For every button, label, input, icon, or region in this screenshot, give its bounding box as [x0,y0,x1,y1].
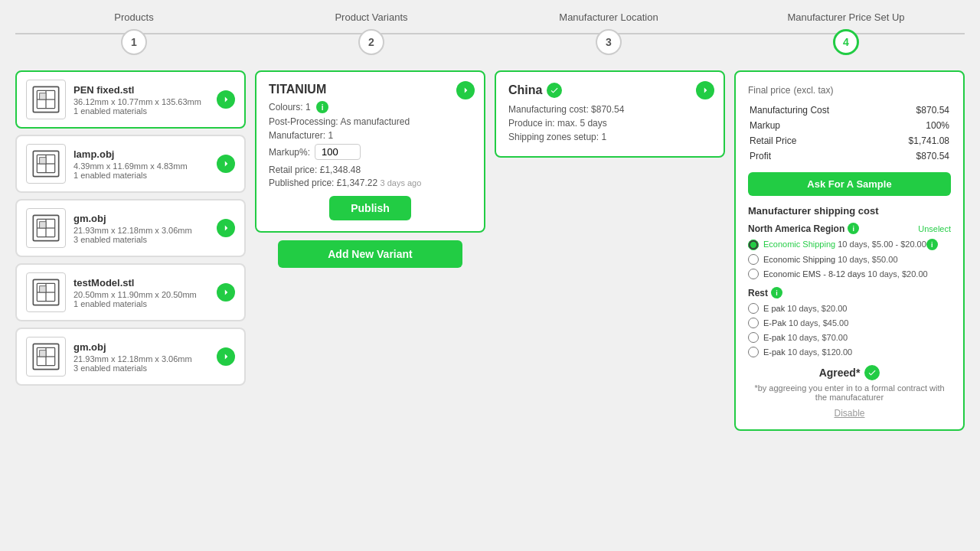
price-value: $870.54 [882,103,949,117]
product-card-1[interactable]: lamp.obj 4.39mm x 11.69mm x 4.83mm 1 ena… [15,135,246,193]
na-radio-0[interactable] [748,240,759,250]
step-1-label: Products [114,11,153,23]
price-label: Manufacturing Cost [750,103,880,117]
product-icon-3 [26,272,66,312]
final-price-title: Final price (excl. tax) [748,83,951,96]
step-3-circle: 3 [596,29,622,55]
product-dims-4: 21.93mm x 12.18mm x 3.06mm [74,354,209,364]
north-america-info-icon[interactable]: i [848,223,859,234]
variant-title: TITANIUM [269,83,472,96]
step-4-label: Manufacturer Price Set Up [787,11,904,23]
variant-nav-button[interactable] [456,81,475,99]
location-card: China Manufacturing cost: $870.54 Produc… [495,70,725,158]
shipping-zones-row: Shipping zones setup: 1 [508,132,711,142]
rest-radio-3[interactable] [748,347,759,357]
na-radio-2[interactable] [748,269,759,279]
product-icon-2 [26,208,66,248]
shipping-info-icon-0[interactable]: i [926,239,938,250]
location-nav-button[interactable] [696,81,714,99]
location-column: China Manufacturing cost: $870.54 Produc… [495,70,725,537]
product-nav-btn-0[interactable] [217,90,235,109]
step-3-label: Manufacturer Location [559,11,658,23]
main-columns: PEN fixed.stl 36.12mm x 10.77mm x 135.63… [15,70,965,537]
agreed-label: Agreed* [819,367,861,379]
rest-label-3: E-pak 10 days, $120.00 [763,347,852,357]
step-4-circle: 4 [833,29,859,55]
product-dims-2: 21.93mm x 12.18mm x 3.06mm [74,226,209,235]
price-table: Manufacturing Cost$870.54Markup100%Retai… [748,102,951,165]
north-america-region-title: North America Region i Unselect [748,223,951,234]
product-name-2: gm.obj [74,213,209,224]
unselect-link[interactable]: Unselect [918,224,951,233]
agreed-check-icon [864,365,880,380]
product-materials-1: 1 enabled materials [74,171,209,180]
products-column: PEN fixed.stl 36.12mm x 10.77mm x 135.63… [15,70,246,537]
product-list: PEN fixed.stl 36.12mm x 10.77mm x 135.63… [15,70,246,386]
product-name-4: gm.obj [74,341,209,353]
product-dims-1: 4.39mm x 11.69mm x 4.83mm [74,161,209,171]
step-1[interactable]: Products 1 [15,11,253,55]
produce-row: Produce in: max. 5 days [508,118,711,129]
product-dims-3: 20.50mm x 11.90mm x 20.50mm [74,290,209,299]
step-2[interactable]: Product Variants 2 [253,11,490,55]
ask-sample-button[interactable]: Ask For A Sample [748,172,951,196]
na-label-1: Economic Shipping 10 days, $50.00 [763,255,898,264]
variant-post-processing: Post-Processing: As manufactured [269,116,472,127]
price-label: Profit [750,149,880,163]
rest-shipping-option-2: E-pak 10 days, $70.00 [748,332,951,343]
add-variant-button[interactable]: Add New Variant [278,240,462,268]
final-price-card: Final price (excl. tax) Manufacturing Co… [734,70,965,431]
rest-radio-0[interactable] [748,303,759,314]
product-materials-3: 1 enabled materials [74,299,209,308]
product-icon-1 [26,144,66,184]
product-name-1: lamp.obj [74,148,209,160]
step-4[interactable]: Manufacturer Price Set Up 4 [727,11,965,55]
rest-info-icon[interactable]: i [771,287,782,298]
price-value: $1,741.08 [882,134,949,148]
variant-manufacturer: Manufacturer: 1 [269,130,472,141]
svg-rect-14 [40,222,46,228]
price-value: $870.54 [882,149,949,163]
shipping-cost-title: Manufacturer shipping cost [748,205,951,217]
markup-label: Markup%: [269,147,310,158]
step-3[interactable]: Manufacturer Location 3 [490,11,727,55]
product-name-3: testModel.stl [74,277,209,289]
rest-radio-1[interactable] [748,318,759,328]
published-price-row: Published price: £1,347.22 3 days ago [269,178,472,188]
product-card-0[interactable]: PEN fixed.stl 36.12mm x 10.77mm x 135.63… [15,70,246,129]
disable-link[interactable]: Disable [748,408,951,419]
markup-input[interactable] [315,144,361,160]
markup-row: Markup%: [269,144,472,160]
price-table-row: Retail Price$1,741.08 [750,134,949,148]
product-nav-btn-2[interactable] [217,219,235,237]
colours-info-icon[interactable]: i [316,101,328,113]
product-nav-btn-3[interactable] [217,283,235,302]
location-check-icon [547,83,562,98]
product-name-0: PEN fixed.stl [74,84,209,96]
na-shipping-option-2: Economic EMS - 8-12 days 10 days, $20.00 [748,269,951,279]
rest-shipping-options: E pak 10 days, $20.00 E-Pak 10 days, $45… [748,303,951,357]
product-materials-4: 3 enabled materials [74,364,209,373]
product-info-4: gm.obj 21.93mm x 12.18mm x 3.06mm 3 enab… [74,341,209,373]
price-table-row: Manufacturing Cost$870.54 [750,103,949,117]
product-nav-btn-1[interactable] [217,155,235,173]
rest-radio-2[interactable] [748,332,759,343]
rest-shipping-option-0: E pak 10 days, $20.00 [748,303,951,314]
product-card-2[interactable]: gm.obj 21.93mm x 12.18mm x 3.06mm 3 enab… [15,199,246,257]
price-label: Markup [750,119,880,132]
product-materials-2: 3 enabled materials [74,235,209,244]
na-radio-1[interactable] [748,254,759,265]
rest-label-1: E-Pak 10 days, $45.00 [763,318,848,328]
na-label-2: Economic EMS - 8-12 days 10 days, $20.00 [763,269,928,279]
variant-card: TITANIUM Colours: 1 i Post-Processing: A… [255,70,485,233]
product-materials-0: 1 enabled materials [74,106,209,116]
product-nav-btn-4[interactable] [217,347,235,366]
product-info-3: testModel.stl 20.50mm x 11.90mm x 20.50m… [74,277,209,308]
na-shipping-option-1: Economic Shipping 10 days, $50.00 [748,254,951,265]
product-card-3[interactable]: testModel.stl 20.50mm x 11.90mm x 20.50m… [15,263,246,321]
na-shipping-option-0: Economic Shipping 10 days, $5.00 - $20.0… [748,239,951,250]
rest-label-0: E pak 10 days, $20.00 [763,304,847,313]
product-card-4[interactable]: gm.obj 21.93mm x 12.18mm x 3.06mm 3 enab… [15,328,246,386]
variants-column: TITANIUM Colours: 1 i Post-Processing: A… [255,70,485,537]
publish-button[interactable]: Publish [329,196,411,220]
